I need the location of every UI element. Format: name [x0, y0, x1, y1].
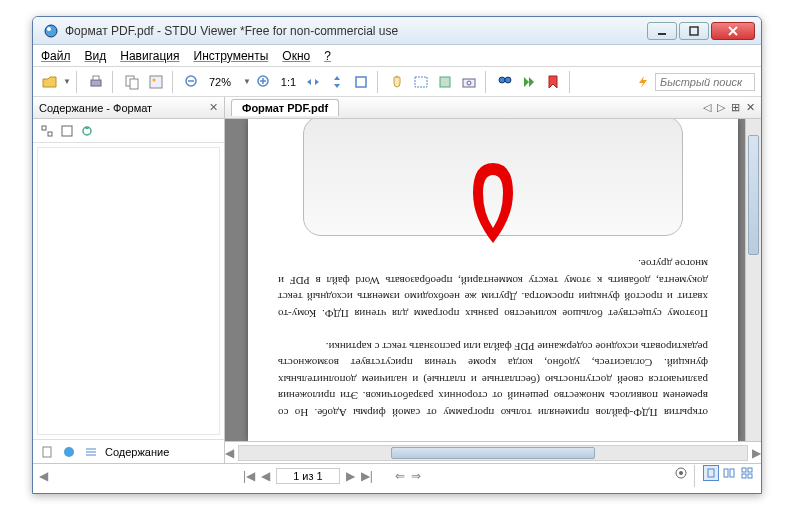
menu-tools[interactable]: Инструменты — [194, 49, 269, 63]
svg-rect-39 — [748, 474, 752, 478]
document-tabs: Формат PDF.pdf ◁ ▷ ⊞ ✕ — [225, 97, 761, 119]
zoom-in-button[interactable] — [253, 71, 275, 93]
contents-tab-label[interactable]: Содержание — [105, 446, 169, 458]
svg-point-27 — [64, 447, 74, 457]
zoom-out-button[interactable] — [181, 71, 203, 93]
lightning-icon — [635, 74, 651, 90]
minimize-button[interactable] — [647, 22, 677, 40]
scrollbar-thumb[interactable] — [748, 135, 759, 255]
page-indicator[interactable]: 1 из 1 — [276, 468, 340, 484]
side-panel-tab[interactable]: Содержание - Формат ✕ — [33, 97, 224, 119]
find-next-button[interactable] — [518, 71, 540, 93]
zoom-dropdown-icon[interactable]: ▼ — [243, 77, 251, 86]
next-page-button[interactable]: ▶ — [346, 469, 355, 483]
workspace: Содержание - Формат ✕ Содержание Формат … — [33, 97, 761, 463]
quick-search — [635, 73, 755, 91]
toolbar: ▼ 72% ▼ 1:1 — [33, 67, 761, 97]
window-title: Формат PDF.pdf - STDU Viewer *Free for n… — [65, 24, 647, 38]
collapse-all-icon[interactable] — [59, 123, 75, 139]
svg-rect-38 — [742, 474, 746, 478]
side-panel-close-icon[interactable]: ✕ — [209, 101, 218, 114]
scrollbar-thumb[interactable] — [391, 447, 594, 459]
copy-text-button[interactable] — [121, 71, 143, 93]
svg-rect-18 — [463, 79, 475, 87]
thumbnails-tab-icon[interactable] — [61, 444, 77, 460]
fit-page-button[interactable] — [350, 71, 372, 93]
print-button[interactable] — [85, 71, 107, 93]
continuous-view-button[interactable] — [721, 465, 737, 481]
svg-rect-8 — [150, 76, 162, 88]
tab-grid-icon[interactable]: ⊞ — [731, 101, 740, 114]
copy-image-button[interactable] — [145, 71, 167, 93]
svg-rect-35 — [730, 469, 734, 477]
tab-close-icon[interactable]: ✕ — [746, 101, 755, 114]
window-controls — [647, 22, 755, 40]
side-panel-footer: Содержание — [33, 439, 224, 463]
single-page-view-button[interactable] — [703, 465, 719, 481]
svg-rect-3 — [690, 27, 698, 35]
nav-forward-button[interactable]: ⇒ — [411, 469, 421, 483]
pages-tab-icon[interactable] — [39, 444, 55, 460]
horizontal-scrollbar[interactable] — [238, 445, 748, 461]
snapshot-button[interactable] — [458, 71, 480, 93]
menu-window[interactable]: Окно — [282, 49, 310, 63]
facing-view-button[interactable] — [739, 465, 755, 481]
svg-rect-34 — [724, 469, 728, 477]
sync-icon[interactable] — [79, 123, 95, 139]
statusbar: ◀ |◀ ◀ 1 из 1 ▶ ▶| ⇐ ⇒ — [33, 463, 761, 487]
side-panel-title: Содержание - Формат — [39, 102, 152, 114]
open-button[interactable] — [39, 71, 61, 93]
menu-view[interactable]: Вид — [85, 49, 107, 63]
svg-rect-7 — [130, 79, 138, 89]
doc-paragraph: открытия ПДФ-файлов применяли только про… — [278, 339, 708, 422]
fit-height-button[interactable] — [326, 71, 348, 93]
page-navigation: |◀ ◀ 1 из 1 ▶ ▶| ⇐ ⇒ — [243, 468, 421, 484]
menu-help[interactable]: ? — [324, 49, 331, 63]
zoom-value[interactable]: 72% — [205, 76, 241, 88]
status-prev-icon[interactable]: ◀ — [39, 469, 48, 483]
svg-rect-17 — [440, 77, 450, 87]
hand-tool-button[interactable] — [386, 71, 408, 93]
side-panel: Содержание - Формат ✕ Содержание — [33, 97, 225, 463]
prev-page-button[interactable]: ◀ — [261, 469, 270, 483]
svg-rect-36 — [742, 468, 746, 472]
last-page-button[interactable]: ▶| — [361, 469, 373, 483]
document-tab[interactable]: Формат PDF.pdf — [231, 99, 339, 116]
contents-tab-icon[interactable] — [83, 444, 99, 460]
titlebar[interactable]: Формат PDF.pdf - STDU Viewer *Free for n… — [33, 17, 761, 45]
select-text-button[interactable] — [410, 71, 432, 93]
menubar: Файл Вид Навигация Инструменты Окно ? — [33, 45, 761, 67]
svg-point-20 — [499, 77, 505, 83]
menu-file[interactable]: Файл — [41, 49, 71, 63]
settings-icon[interactable] — [673, 465, 689, 481]
close-button[interactable] — [711, 22, 755, 40]
scroll-left-icon[interactable]: ◀ — [225, 446, 234, 460]
vertical-scrollbar[interactable] — [745, 119, 761, 441]
svg-rect-24 — [62, 126, 72, 136]
bookmark-button[interactable] — [542, 71, 564, 93]
fit-width-button[interactable] — [302, 71, 324, 93]
tab-nav-controls: ◁ ▷ ⊞ ✕ — [703, 101, 755, 114]
document-area: Формат PDF.pdf ◁ ▷ ⊞ ✕ открытия ПДФ-файл… — [225, 97, 761, 463]
scroll-right-icon[interactable]: ▶ — [752, 446, 761, 460]
svg-rect-26 — [43, 447, 51, 457]
svg-rect-22 — [42, 126, 46, 130]
svg-rect-2 — [658, 33, 666, 35]
dropdown-arrow-icon[interactable]: ▼ — [63, 77, 71, 86]
nav-back-button[interactable]: ⇐ — [395, 469, 405, 483]
tab-next-icon[interactable]: ▷ — [717, 101, 725, 114]
contents-tree[interactable] — [37, 147, 220, 435]
search-input[interactable] — [655, 73, 755, 91]
tab-prev-icon[interactable]: ◁ — [703, 101, 711, 114]
find-button[interactable] — [494, 71, 516, 93]
maximize-button[interactable] — [679, 22, 709, 40]
first-page-button[interactable]: |◀ — [243, 469, 255, 483]
menu-navigation[interactable]: Навигация — [120, 49, 179, 63]
ribbon-loop-icon — [463, 143, 523, 243]
svg-rect-15 — [356, 77, 366, 87]
expand-all-icon[interactable] — [39, 123, 55, 139]
document-viewport[interactable]: открытия ПДФ-файлов применяли только про… — [225, 119, 761, 441]
fit-actual-button[interactable]: 1:1 — [277, 76, 300, 88]
document-logo-box — [303, 119, 683, 236]
select-region-button[interactable] — [434, 71, 456, 93]
